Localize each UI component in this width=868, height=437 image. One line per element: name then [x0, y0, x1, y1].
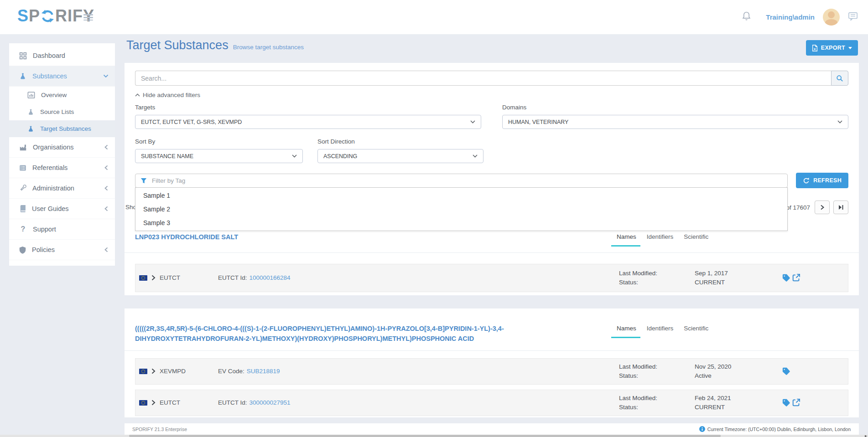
search-input[interactable] — [135, 71, 831, 86]
menu-icon[interactable] — [83, 13, 93, 22]
avatar[interactable] — [823, 9, 840, 26]
source-name: EUTCT — [160, 274, 180, 281]
sidebar-item-referentials[interactable]: Referentials — [9, 158, 115, 178]
tag-icon[interactable] — [782, 367, 790, 375]
status-value: CURRENT — [695, 403, 782, 412]
hide-advanced-filters-toggle[interactable]: Hide advanced filters — [135, 92, 200, 98]
eu-flag-icon — [139, 275, 147, 281]
tag-option-sample-3[interactable]: Sample 3 — [135, 216, 787, 230]
top-bar-right: Training\admin — [742, 0, 858, 34]
page-header: Target SubstancesBrowse target substance… — [125, 38, 859, 62]
chevron-left-icon — [104, 144, 109, 150]
question-icon: ? — [19, 225, 27, 233]
tab-names[interactable]: Names — [617, 325, 636, 338]
expand-chevron-icon[interactable] — [151, 400, 156, 406]
record-id-link[interactable]: 300000027951 — [249, 399, 291, 406]
wrench-icon — [19, 185, 26, 192]
dashboard-grid-icon — [19, 52, 27, 60]
sort-by-select[interactable]: SUBSTANCE NAME — [135, 149, 303, 163]
filter-funnel-icon — [140, 178, 147, 184]
substance-name-link[interactable]: (((((2R,3S,4R,5R)-5-(6-CHLORO-4-(((S)-1-… — [135, 324, 523, 344]
chevron-left-icon — [104, 185, 109, 191]
filters-row-2: Sort By SUBSTANCE NAME Sort Direction AS… — [135, 138, 848, 163]
domains-select[interactable]: HUMAN, VETERINARY — [502, 115, 848, 129]
record-id-link[interactable]: 100000166284 — [249, 274, 291, 281]
source-record-row: EUTCT EUTCT Id: 100000166284 Last Modifi… — [135, 264, 848, 292]
refresh-button[interactable]: REFRESH — [796, 173, 848, 188]
tag-filter-inputbox — [135, 174, 788, 188]
divider — [125, 252, 859, 253]
flask-icon — [27, 125, 34, 133]
source-name: EUTCT — [160, 399, 180, 406]
bell-icon[interactable] — [742, 11, 751, 23]
tag-filter-input[interactable] — [151, 177, 782, 185]
page-subtitle: Browse target substances — [233, 44, 304, 51]
sort-direction-select[interactable]: ASCENDING — [317, 149, 483, 163]
sidebar-item-administration[interactable]: Administration — [9, 178, 115, 199]
caret-down-icon — [848, 47, 852, 49]
record-meta: Last Modified: Status: Sep 1, 2017 CURRE… — [619, 269, 842, 287]
sidebar-item-overview[interactable]: Overview — [9, 87, 115, 103]
external-link-icon[interactable] — [792, 274, 800, 282]
last-page-button[interactable] — [833, 201, 848, 214]
tag-option-sample-1[interactable]: Sample 1 — [135, 189, 787, 202]
sort-by-label: Sort By — [135, 138, 303, 145]
sidebar-item-target-substances[interactable]: Target Substances — [9, 120, 115, 137]
substance-panel: (((((2R,3S,4R,5R)-5-(6-CHLORO-4-(((S)-1-… — [125, 308, 859, 417]
skip-to-last-icon — [838, 205, 844, 210]
source-record-left: EUTCT — [139, 274, 218, 281]
sidebar-item-dashboard[interactable]: Dashboard — [9, 46, 115, 66]
scrollbar-thumb[interactable] — [129, 435, 721, 437]
external-link-icon[interactable] — [792, 399, 800, 406]
sort-direction-label: Sort Direction — [317, 138, 483, 145]
substance-tabs: Names Identifiers Scientific — [617, 233, 708, 246]
sync-logo-icon — [41, 9, 55, 23]
expand-chevron-icon[interactable] — [151, 275, 156, 281]
search-button[interactable] — [831, 71, 848, 86]
targets-label: Targets — [135, 104, 481, 111]
export-file-icon — [812, 45, 818, 51]
tag-icon[interactable] — [782, 274, 790, 282]
next-page-button[interactable] — [815, 201, 830, 214]
record-id: EV Code: SUB218819 — [218, 368, 280, 375]
footer-timezone: Current Timezone: (UTC+00:00) Dublin, Ed… — [699, 426, 851, 432]
tag-icon[interactable] — [782, 399, 790, 406]
source-record-row: EUTCT EUTCT Id: 300000027951 Last Modifi… — [135, 390, 848, 416]
chevron-down-icon — [473, 154, 478, 158]
substance-name-link[interactable]: LNP023 HYDROCHLORIDE SALT — [135, 232, 238, 242]
sidebar-item-substances[interactable]: Substances — [9, 66, 115, 87]
page-title: Target SubstancesBrowse target substance… — [126, 38, 304, 52]
filters-row-1: Targets EUTCT, EUTCT VET, G-SRS, XEVMPD … — [135, 104, 848, 129]
refresh-icon — [803, 177, 810, 184]
status-value: CURRENT — [695, 278, 782, 287]
book-icon — [19, 205, 26, 212]
chat-icon[interactable] — [848, 12, 858, 23]
tab-scientific[interactable]: Scientific — [684, 233, 708, 246]
expand-chevron-icon[interactable] — [151, 368, 156, 374]
sidebar-item-user-guides[interactable]: User Guides — [9, 199, 115, 219]
tag-option-sample-2[interactable]: Sample 2 — [135, 202, 787, 216]
targets-select[interactable]: EUTCT, EUTCT VET, G-SRS, XEVMPD — [135, 115, 481, 129]
tab-names[interactable]: Names — [617, 233, 636, 246]
sidebar-item-support[interactable]: ? Support — [9, 219, 115, 240]
record-id-link[interactable]: SUB218819 — [247, 368, 280, 375]
last-modified-label: Last Modified: — [619, 394, 695, 403]
scrollbar-right-arrow-icon[interactable] — [865, 435, 867, 437]
app-logo[interactable]: SP RIFY — [17, 6, 94, 26]
chevron-down-icon — [103, 74, 109, 78]
horizontal-scrollbar[interactable] — [0, 435, 868, 437]
tab-identifiers[interactable]: Identifiers — [647, 325, 674, 338]
status-label: Status: — [619, 403, 695, 412]
export-button[interactable]: EXPORT — [806, 40, 858, 56]
last-modified-value: Feb 24, 2021 — [695, 394, 782, 403]
tab-identifiers[interactable]: Identifiers — [647, 233, 674, 246]
last-modified-value: Sep 1, 2017 — [695, 269, 782, 278]
user-menu[interactable]: Training\admin — [766, 13, 815, 21]
tab-scientific[interactable]: Scientific — [684, 325, 708, 338]
chevron-left-icon — [104, 165, 109, 170]
tag-filter-area: REFRESH Sample 1 Sample 2 Sample 3 — [135, 174, 848, 188]
eu-flag-icon — [139, 400, 147, 406]
sidebar-item-organisations[interactable]: Organisations — [9, 137, 115, 158]
sidebar-item-policies[interactable]: Policies — [9, 240, 115, 260]
sidebar-item-source-lists[interactable]: Source Lists — [9, 103, 115, 120]
